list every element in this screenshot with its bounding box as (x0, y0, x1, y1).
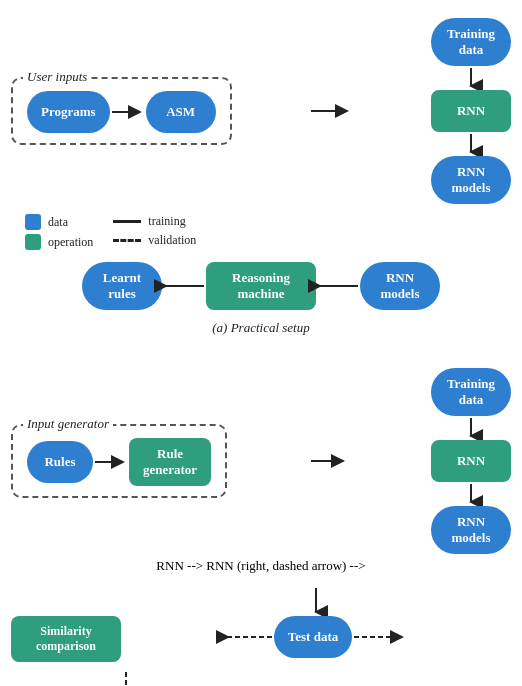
rnn-node-b: RNN (431, 440, 511, 482)
training-data-node-b: Training data (431, 368, 511, 416)
legend-col-2: training validation (113, 214, 196, 250)
rnn-to-rnnmodels-arrow (461, 132, 481, 156)
rulegenerator-to-testdata-arrow (306, 586, 326, 616)
user-inputs-label: User inputs (23, 69, 91, 85)
diagram-a: User inputs Programs ASM (11, 10, 511, 336)
test-data-row: Test data (121, 616, 511, 658)
training-to-rnn-b-arrow (461, 416, 481, 440)
similarity-col: Similarity comparison (11, 582, 121, 662)
input-generator-label: Input generator (23, 416, 113, 432)
rnn-models-node-a: RNN models (431, 156, 511, 204)
reasoning-col-b: Reasoning machine (206, 670, 316, 686)
test-data-node: Test data (274, 616, 352, 658)
caption-a: (a) Practical setup (212, 320, 309, 336)
testdata-to-rnn-arrow (352, 627, 408, 647)
legend-validation: validation (113, 233, 196, 248)
rnn-models-ref-a: RNN models (360, 262, 440, 310)
reasoning-to-learnt-arrow (162, 276, 206, 296)
rnn-to-rnnmodels-b-arrow (461, 482, 481, 506)
right-column-b: Training data RNN RNN models (431, 368, 511, 554)
legend-dashed-line (113, 239, 141, 242)
diagram-b: Input generator Rules Rule generator (11, 360, 511, 686)
similarity-comparison-node: Similarity comparison (11, 616, 121, 662)
bottom-row-a: Learnt rules Reasoning machine RNN model… (11, 262, 511, 310)
rules-to-rulegenerator-arrow (93, 452, 129, 472)
rnnmodels-to-reasoning-arrow (316, 276, 360, 296)
legend-data: data (25, 214, 93, 230)
rule-generator-node: Rule generator (129, 438, 211, 486)
asm-node: ASM (146, 91, 216, 133)
programs-to-asm-arrow (110, 102, 146, 122)
training-to-rnn-arrow (461, 66, 481, 90)
legend-green-square (25, 234, 41, 250)
legend-col-1: data operation (25, 214, 93, 250)
rnn-node-a: RNN (431, 90, 511, 132)
user-inputs-box: User inputs Programs ASM (11, 77, 232, 145)
legend-a: data operation training validation (25, 214, 196, 250)
similarity-to-learnt-arrow (116, 670, 136, 686)
legend-operation: operation (25, 234, 93, 250)
rulegenerator-to-training-arrow (309, 451, 349, 471)
learnt-rules-col-b: Learnt rules (86, 670, 166, 686)
programs-node: Programs (27, 91, 110, 133)
legend-training: training (113, 214, 196, 229)
training-data-node-a: Training data (431, 18, 511, 66)
legend-solid-line (113, 220, 141, 223)
rnnmodels-ref-col-b: RNN models (356, 670, 436, 686)
main-container: User inputs Programs ASM (0, 0, 522, 686)
right-column-a: Training data RNN RNN models (431, 18, 511, 204)
input-generator-box: Input generator Rules Rule generator (11, 424, 227, 498)
center-col-b: Test data (121, 586, 511, 658)
legend-blue-square (25, 214, 41, 230)
learnt-rules-node-a: Learnt rules (82, 262, 162, 310)
reasoning-machine-node-a: Reasoning machine (206, 262, 316, 310)
asm-to-training-arrow (309, 101, 353, 121)
testdata-to-similarity-arrow (224, 627, 274, 647)
rnn-models-node-b: RNN models (431, 506, 511, 554)
rules-node: Rules (27, 441, 93, 483)
